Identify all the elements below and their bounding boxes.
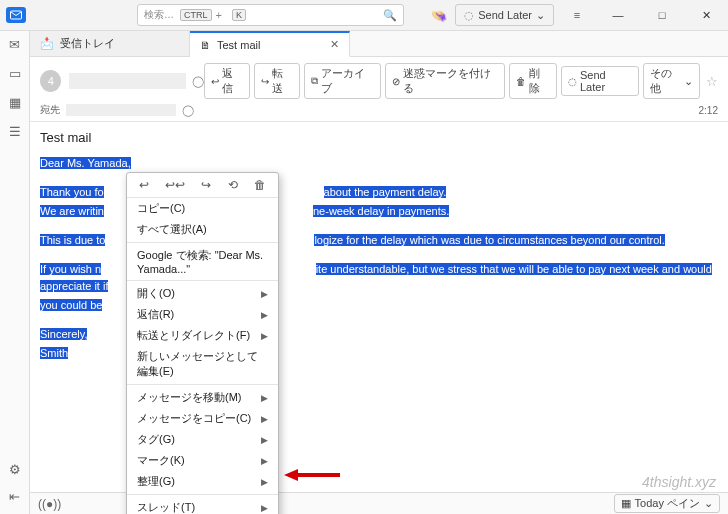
send-later-header-button[interactable]: ◌Send Later xyxy=(561,66,639,96)
submenu-arrow-icon: ▶ xyxy=(261,393,268,403)
send-later-label: Send Later xyxy=(478,9,532,21)
trash-icon: 🗑 xyxy=(516,76,526,87)
today-pane-label: Today ペイン xyxy=(635,496,700,511)
minimize-button[interactable]: — xyxy=(596,0,640,31)
svg-marker-3 xyxy=(284,469,298,481)
content-pane: 📩 受信トレイ 🗎 Test mail ✕ 4 ◯ ↩返信 ↪転送 ⧉アーカイブ… xyxy=(30,31,728,514)
kbd-plus: + xyxy=(216,9,222,21)
message-time: 2:12 xyxy=(699,105,718,116)
submenu-arrow-icon: ▶ xyxy=(261,289,268,299)
body-line: Sincerely, xyxy=(40,328,87,340)
reply-button[interactable]: ↩返信 xyxy=(204,63,250,99)
close-button[interactable]: ✕ xyxy=(684,0,728,31)
spinner-icon: ◌ xyxy=(464,9,474,22)
hamburger-icon[interactable]: ≡ xyxy=(562,9,592,21)
header-actions: ↩返信 ↪転送 ⧉アーカイブ ⊘迷惑マークを付ける 🗑削除 ◌Send Late… xyxy=(204,63,718,99)
presence-icon: ◯ xyxy=(192,75,204,88)
title-bar: 検索… CTRL + K 🔍 👒 ◌ Send Later ⌄ ≡ — □ ✕ xyxy=(0,0,728,31)
search-icon: 🔍 xyxy=(383,9,397,22)
search-box[interactable]: 検索… CTRL + K 🔍 xyxy=(137,4,404,26)
junk-button[interactable]: ⊘迷惑マークを付ける xyxy=(385,63,505,99)
ctx-reply[interactable]: 返信(R)▶ xyxy=(127,304,278,325)
tab-bar: 📩 受信トレイ 🗎 Test mail ✕ xyxy=(30,31,728,57)
delete-button[interactable]: 🗑削除 xyxy=(509,63,557,99)
body-line: logize for the delay which was due to ci… xyxy=(314,234,664,246)
today-pane-button[interactable]: ▦ Today ペイン ⌄ xyxy=(614,494,720,513)
mail-icon: 🗎 xyxy=(200,39,211,51)
archive-button[interactable]: ⧉アーカイブ xyxy=(304,63,381,99)
ctx-copy-message[interactable]: メッセージをコピー(C)▶ xyxy=(127,408,278,429)
avatar: 4 xyxy=(40,70,61,92)
junk-icon: ⊘ xyxy=(392,76,400,87)
maximize-button[interactable]: □ xyxy=(640,0,684,31)
tab-inbox[interactable]: 📩 受信トレイ xyxy=(30,31,190,56)
addon-icon[interactable]: 👒 xyxy=(431,8,447,23)
reply-icon[interactable]: ↩ xyxy=(139,178,149,192)
body-line: If you wish n xyxy=(40,263,101,275)
ctx-select-all[interactable]: すべて選択(A) xyxy=(127,219,278,240)
reply-all-icon[interactable]: ↩↩ xyxy=(165,178,185,192)
mail-rail-icon[interactable]: ✉ xyxy=(9,37,20,52)
submenu-arrow-icon: ▶ xyxy=(261,310,268,320)
body-line: Smith xyxy=(40,347,68,359)
chevron-down-icon: ⌄ xyxy=(704,497,713,510)
ctx-copy[interactable]: コピー(C) xyxy=(127,198,278,219)
body-line: Dear Ms. Yamada, xyxy=(40,157,131,169)
send-later-button[interactable]: ◌ Send Later ⌄ xyxy=(455,4,554,26)
callout-arrow xyxy=(284,467,340,485)
submenu-arrow-icon: ▶ xyxy=(261,414,268,424)
left-rail: ✉ ▭ ▦ ☰ ⚙ ⇤ xyxy=(0,31,30,514)
chevron-down-icon: ⌄ xyxy=(536,9,545,22)
ctx-edit-as-new[interactable]: 新しいメッセージとして編集(E) xyxy=(127,346,278,382)
main-area: ✉ ▭ ▦ ☰ ⚙ ⇤ 📩 受信トレイ 🗎 Test mail ✕ 4 ◯ xyxy=(0,31,728,514)
body-line: Thank you fo xyxy=(40,186,104,198)
status-online-icon[interactable]: ((●)) xyxy=(38,497,61,511)
redirect-icon[interactable]: ⟲ xyxy=(228,178,238,192)
presence-icon: ◯ xyxy=(182,104,194,117)
forward-icon[interactable]: ↪ xyxy=(201,178,211,192)
ctx-open[interactable]: 開く(O)▶ xyxy=(127,283,278,304)
spinner-icon: ◌ xyxy=(568,76,577,87)
title-right: 👒 ◌ Send Later ⌄ ≡ — □ ✕ xyxy=(431,0,728,30)
calendar-icon[interactable]: ▦ xyxy=(9,95,21,110)
settings-icon[interactable]: ⚙ xyxy=(9,462,21,477)
ctx-move-message[interactable]: メッセージを移動(M)▶ xyxy=(127,387,278,408)
message-subject: Test mail xyxy=(30,122,728,151)
ctx-forward-redirect[interactable]: 転送とリダイレクト(F)▶ xyxy=(127,325,278,346)
body-line: ne-week delay in payments. xyxy=(313,205,449,217)
ctx-mark[interactable]: マーク(K)▶ xyxy=(127,450,278,471)
message-header: 4 ◯ ↩返信 ↪転送 ⧉アーカイブ ⊘迷惑マークを付ける 🗑削除 ◌Send … xyxy=(30,57,728,122)
submenu-arrow-icon: ▶ xyxy=(261,503,268,513)
star-icon[interactable]: ☆ xyxy=(706,74,718,89)
kbd-k: K xyxy=(232,9,246,21)
tab-mail-label: Test mail xyxy=(217,39,260,51)
tab-mail[interactable]: 🗎 Test mail ✕ xyxy=(190,31,350,57)
ctx-thread[interactable]: スレッド(T)▶ xyxy=(127,497,278,514)
title-left xyxy=(0,7,32,23)
trash-icon[interactable]: 🗑 xyxy=(254,178,266,192)
to-label: 宛先 xyxy=(40,103,60,117)
sender-redacted xyxy=(69,73,186,89)
search-placeholder: 検索… xyxy=(144,8,174,22)
body-line: This is due to xyxy=(40,234,105,246)
address-book-icon[interactable]: ▭ xyxy=(9,66,21,81)
watermark: 4thsight.xyz xyxy=(642,474,716,490)
forward-button[interactable]: ↪転送 xyxy=(254,63,300,99)
inbox-icon: 📩 xyxy=(40,37,54,50)
ctx-tag[interactable]: タグ(G)▶ xyxy=(127,429,278,450)
collapse-icon[interactable]: ⇤ xyxy=(9,489,21,504)
ctx-google-search[interactable]: Google で検索: "Dear Ms. Yamada..." xyxy=(127,245,278,278)
context-menu: ↩ ↩↩ ↪ ⟲ 🗑 コピー(C) すべて選択(A) Google で検索: "… xyxy=(126,172,279,514)
ctx-organize[interactable]: 整理(G)▶ xyxy=(127,471,278,492)
kbd-ctrl: CTRL xyxy=(180,9,212,21)
forward-icon: ↪ xyxy=(261,76,269,87)
tasks-icon[interactable]: ☰ xyxy=(9,124,21,139)
chevron-down-icon: ⌄ xyxy=(684,75,693,88)
submenu-arrow-icon: ▶ xyxy=(261,456,268,466)
body-line: you could be xyxy=(40,299,102,311)
submenu-arrow-icon: ▶ xyxy=(261,331,268,341)
tab-close-icon[interactable]: ✕ xyxy=(330,38,339,51)
app-icon xyxy=(6,7,26,23)
other-button[interactable]: その他 ⌄ xyxy=(643,63,700,99)
context-icon-row: ↩ ↩↩ ↪ ⟲ 🗑 xyxy=(127,173,278,198)
